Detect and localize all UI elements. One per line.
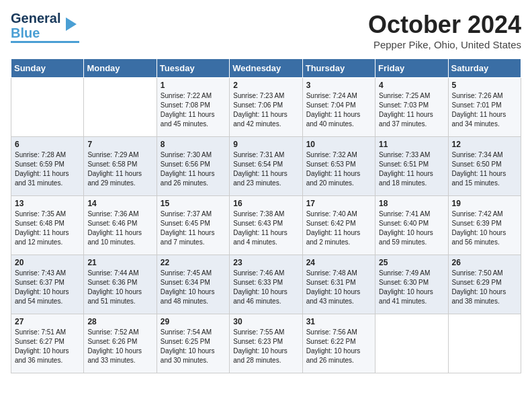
day-number: 22	[161, 258, 226, 267]
logo: General Blue	[11, 11, 79, 43]
day-info: Sunrise: 7:50 AM Sunset: 6:29 PM Dayligh…	[452, 269, 517, 306]
day-number: 14	[87, 199, 152, 208]
day-number: 17	[306, 199, 371, 208]
day-info: Sunrise: 7:37 AM Sunset: 6:45 PM Dayligh…	[161, 210, 226, 247]
day-number: 23	[233, 258, 298, 267]
day-number: 28	[87, 317, 152, 326]
day-number: 31	[306, 317, 371, 326]
day-header-monday: Monday	[84, 59, 157, 78]
week-row-5: 27Sunrise: 7:51 AM Sunset: 6:27 PM Dayli…	[11, 314, 521, 373]
day-info: Sunrise: 7:34 AM Sunset: 6:50 PM Dayligh…	[452, 150, 517, 188]
day-info: Sunrise: 7:30 AM Sunset: 6:56 PM Dayligh…	[161, 150, 226, 188]
calendar-cell: 27Sunrise: 7:51 AM Sunset: 6:27 PM Dayli…	[11, 314, 84, 373]
calendar-cell: 4Sunrise: 7:25 AM Sunset: 7:03 PM Daylig…	[375, 78, 448, 137]
calendar-cell: 26Sunrise: 7:50 AM Sunset: 6:29 PM Dayli…	[448, 255, 521, 314]
day-info: Sunrise: 7:48 AM Sunset: 6:31 PM Dayligh…	[306, 269, 371, 306]
day-info: Sunrise: 7:42 AM Sunset: 6:39 PM Dayligh…	[452, 210, 517, 247]
day-number: 8	[161, 140, 226, 149]
day-info: Sunrise: 7:24 AM Sunset: 7:04 PM Dayligh…	[306, 91, 371, 129]
calendar-cell	[375, 314, 448, 373]
day-number: 7	[87, 140, 152, 149]
calendar-cell: 25Sunrise: 7:49 AM Sunset: 6:30 PM Dayli…	[375, 255, 448, 314]
header-row: SundayMondayTuesdayWednesdayThursdayFrid…	[11, 59, 521, 78]
day-info: Sunrise: 7:31 AM Sunset: 6:54 PM Dayligh…	[233, 150, 298, 188]
calendar-cell: 3Sunrise: 7:24 AM Sunset: 7:04 PM Daylig…	[302, 78, 375, 137]
day-info: Sunrise: 7:22 AM Sunset: 7:08 PM Dayligh…	[161, 91, 226, 129]
day-number: 15	[161, 199, 226, 208]
day-number: 20	[15, 258, 80, 267]
day-info: Sunrise: 7:54 AM Sunset: 6:25 PM Dayligh…	[161, 328, 226, 365]
day-number: 5	[452, 81, 517, 90]
week-row-2: 6Sunrise: 7:28 AM Sunset: 6:59 PM Daylig…	[11, 137, 521, 196]
day-info: Sunrise: 7:52 AM Sunset: 6:26 PM Dayligh…	[87, 328, 152, 365]
day-header-friday: Friday	[375, 59, 448, 78]
day-info: Sunrise: 7:41 AM Sunset: 6:40 PM Dayligh…	[379, 210, 444, 247]
week-row-4: 20Sunrise: 7:43 AM Sunset: 6:37 PM Dayli…	[11, 255, 521, 314]
week-row-3: 13Sunrise: 7:35 AM Sunset: 6:48 PM Dayli…	[11, 196, 521, 255]
day-number: 26	[452, 258, 517, 267]
day-info: Sunrise: 7:36 AM Sunset: 6:46 PM Dayligh…	[87, 210, 152, 247]
day-number: 18	[379, 199, 444, 208]
calendar-cell: 19Sunrise: 7:42 AM Sunset: 6:39 PM Dayli…	[448, 196, 521, 255]
calendar-cell: 29Sunrise: 7:54 AM Sunset: 6:25 PM Dayli…	[157, 314, 229, 373]
day-info: Sunrise: 7:26 AM Sunset: 7:01 PM Dayligh…	[452, 91, 517, 129]
calendar-cell: 31Sunrise: 7:56 AM Sunset: 6:22 PM Dayli…	[302, 314, 375, 373]
calendar-cell: 16Sunrise: 7:38 AM Sunset: 6:43 PM Dayli…	[230, 196, 302, 255]
day-number: 10	[306, 140, 371, 149]
day-info: Sunrise: 7:35 AM Sunset: 6:48 PM Dayligh…	[15, 210, 80, 247]
day-number: 2	[233, 81, 298, 90]
day-info: Sunrise: 7:43 AM Sunset: 6:37 PM Dayligh…	[15, 269, 80, 306]
calendar-cell: 11Sunrise: 7:33 AM Sunset: 6:51 PM Dayli…	[375, 137, 448, 196]
day-info: Sunrise: 7:51 AM Sunset: 6:27 PM Dayligh…	[15, 328, 80, 365]
day-number: 9	[233, 140, 298, 149]
calendar-cell	[11, 78, 84, 137]
day-header-saturday: Saturday	[448, 59, 521, 78]
day-info: Sunrise: 7:28 AM Sunset: 6:59 PM Dayligh…	[15, 150, 80, 188]
location: Pepper Pike, Ohio, United States	[368, 39, 521, 50]
calendar-cell: 12Sunrise: 7:34 AM Sunset: 6:50 PM Dayli…	[448, 137, 521, 196]
calendar-cell: 5Sunrise: 7:26 AM Sunset: 7:01 PM Daylig…	[448, 78, 521, 137]
calendar-cell: 30Sunrise: 7:55 AM Sunset: 6:23 PM Dayli…	[230, 314, 302, 373]
title-area: October 2024 Pepper Pike, Ohio, United S…	[368, 11, 521, 50]
day-info: Sunrise: 7:45 AM Sunset: 6:34 PM Dayligh…	[161, 269, 226, 306]
calendar-cell: 24Sunrise: 7:48 AM Sunset: 6:31 PM Dayli…	[302, 255, 375, 314]
day-number: 24	[306, 258, 371, 267]
day-info: Sunrise: 7:46 AM Sunset: 6:33 PM Dayligh…	[233, 269, 298, 306]
day-info: Sunrise: 7:49 AM Sunset: 6:30 PM Dayligh…	[379, 269, 444, 306]
week-row-1: 1Sunrise: 7:22 AM Sunset: 7:08 PM Daylig…	[11, 78, 521, 137]
day-number: 29	[161, 317, 226, 326]
calendar-cell: 2Sunrise: 7:23 AM Sunset: 7:06 PM Daylig…	[230, 78, 302, 137]
calendar-cell: 21Sunrise: 7:44 AM Sunset: 6:36 PM Dayli…	[84, 255, 157, 314]
calendar-table: SundayMondayTuesdayWednesdayThursdayFrid…	[11, 58, 521, 373]
day-info: Sunrise: 7:56 AM Sunset: 6:22 PM Dayligh…	[306, 328, 371, 365]
day-info: Sunrise: 7:29 AM Sunset: 6:58 PM Dayligh…	[87, 150, 152, 188]
day-header-thursday: Thursday	[302, 59, 375, 78]
calendar-cell	[448, 314, 521, 373]
calendar-cell: 15Sunrise: 7:37 AM Sunset: 6:45 PM Dayli…	[157, 196, 229, 255]
day-number: 4	[379, 81, 444, 90]
day-number: 13	[15, 199, 80, 208]
calendar-cell	[84, 78, 157, 137]
calendar-cell: 6Sunrise: 7:28 AM Sunset: 6:59 PM Daylig…	[11, 137, 84, 196]
day-number: 30	[233, 317, 298, 326]
day-info: Sunrise: 7:40 AM Sunset: 6:42 PM Dayligh…	[306, 210, 371, 247]
day-number: 12	[452, 140, 517, 149]
svg-marker-0	[66, 17, 77, 31]
day-number: 1	[161, 81, 226, 90]
calendar-cell: 9Sunrise: 7:31 AM Sunset: 6:54 PM Daylig…	[230, 137, 302, 196]
calendar-cell: 7Sunrise: 7:29 AM Sunset: 6:58 PM Daylig…	[84, 137, 157, 196]
day-number: 21	[87, 258, 152, 267]
day-info: Sunrise: 7:55 AM Sunset: 6:23 PM Dayligh…	[233, 328, 298, 365]
logo-text: General Blue	[11, 11, 60, 40]
day-header-wednesday: Wednesday	[230, 59, 302, 78]
day-info: Sunrise: 7:23 AM Sunset: 7:06 PM Dayligh…	[233, 91, 298, 129]
day-info: Sunrise: 7:33 AM Sunset: 6:51 PM Dayligh…	[379, 150, 444, 188]
calendar-cell: 8Sunrise: 7:30 AM Sunset: 6:56 PM Daylig…	[157, 137, 229, 196]
day-info: Sunrise: 7:32 AM Sunset: 6:53 PM Dayligh…	[306, 150, 371, 188]
day-info: Sunrise: 7:38 AM Sunset: 6:43 PM Dayligh…	[233, 210, 298, 247]
day-number: 6	[15, 140, 80, 149]
calendar-cell: 13Sunrise: 7:35 AM Sunset: 6:48 PM Dayli…	[11, 196, 84, 255]
day-header-tuesday: Tuesday	[157, 59, 229, 78]
calendar-cell: 10Sunrise: 7:32 AM Sunset: 6:53 PM Dayli…	[302, 137, 375, 196]
calendar-cell: 20Sunrise: 7:43 AM Sunset: 6:37 PM Dayli…	[11, 255, 84, 314]
